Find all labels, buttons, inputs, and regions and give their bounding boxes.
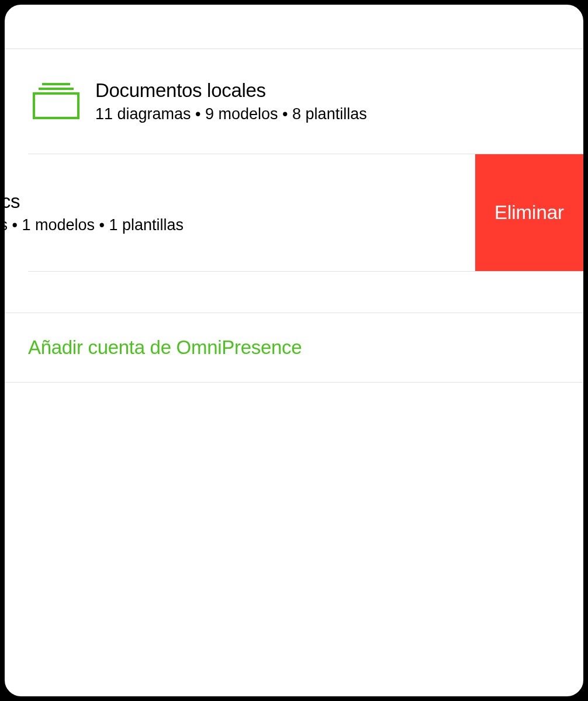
location-row[interactable]: Documentos locales 11 diagramas • 9 mode… <box>5 49 583 154</box>
section-gap <box>5 272 583 313</box>
location-subtitle: 11 diagramas • 9 modelos • 8 plantillas <box>95 104 367 124</box>
location-row-swiped[interactable]: mniDocs agramas • 1 modelos • 1 plantill… <box>5 154 583 271</box>
add-account-label: Añadir cuenta de OmniPresence <box>28 336 302 359</box>
delete-button[interactable]: Eliminar <box>475 154 583 271</box>
add-account-button[interactable]: Añadir cuenta de OmniPresence <box>5 313 583 382</box>
delete-button-label: Eliminar <box>494 202 564 224</box>
location-title: Documentos locales <box>95 78 367 103</box>
locations-panel: Documentos locales 11 diagramas • 9 mode… <box>0 0 588 701</box>
svg-rect-2 <box>34 93 78 118</box>
location-title: mniDocs <box>0 189 184 214</box>
divider <box>5 382 583 383</box>
folder-stack-icon <box>28 81 84 122</box>
location-subtitle: agramas • 1 modelos • 1 plantillas <box>0 215 184 235</box>
